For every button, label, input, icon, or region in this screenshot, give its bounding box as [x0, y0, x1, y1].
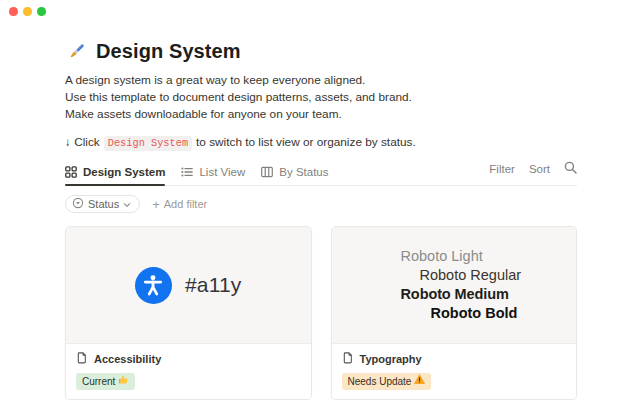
page-content: Design System A design system is a great… [65, 40, 577, 400]
gallery-view: #a11y Accessibility Curr [65, 226, 577, 400]
inline-code: Design System [104, 136, 192, 151]
database-toolbar: Design System List View [65, 161, 577, 186]
card-title: Typography [342, 352, 567, 366]
typography-specimen: Roboto Light Roboto Regular Roboto Mediu… [332, 247, 577, 323]
gallery-view-icon [65, 166, 77, 178]
description-line: Make assets downloadable for anyone on y… [65, 106, 577, 123]
search-icon[interactable] [564, 160, 577, 178]
add-filter-button[interactable]: + Add filter [152, 198, 207, 211]
description-line: Use this template to document design pat… [65, 89, 577, 106]
card-title-text: Accessibility [94, 353, 161, 365]
tab-by-status[interactable]: By Status [261, 166, 328, 185]
tab-label: Design System [83, 166, 165, 178]
card-footer: Typography Needs Update [332, 343, 577, 399]
accessibility-icon [135, 267, 172, 304]
tag-label: Needs Update [348, 375, 412, 388]
tip-suffix: to switch to list view or organize by st… [196, 135, 416, 149]
card-title-text: Typography [360, 353, 422, 365]
card-title: Accessibility [76, 352, 301, 366]
callout-tip: ↓ ClickDesign Systemto switch to list vi… [65, 135, 577, 149]
specimen-line: Roboto Bold [431, 304, 577, 323]
page-icon [76, 352, 88, 366]
board-view-icon [261, 166, 273, 178]
view-tabs: Design System List View [65, 166, 328, 185]
card-accessibility[interactable]: #a11y Accessibility Curr [65, 226, 312, 400]
status-chip-label: Status [88, 198, 119, 210]
list-view-icon [181, 166, 193, 178]
tab-label: By Status [279, 166, 328, 178]
tip-prefix: ↓ Click [65, 135, 100, 149]
card-typography[interactable]: Roboto Light Roboto Regular Roboto Mediu… [331, 226, 578, 400]
card-preview: Roboto Light Roboto Regular Roboto Mediu… [332, 227, 577, 343]
specimen-line: Roboto Light [401, 247, 577, 266]
tab-label: List View [199, 166, 245, 178]
a11y-hashtag: #a11y [185, 273, 242, 297]
add-filter-label: Add filter [164, 198, 207, 210]
zoom-window-button[interactable] [37, 7, 46, 16]
paintbrush-emoji-icon [65, 41, 87, 63]
page-title: Design System [65, 40, 577, 63]
page-title-text: Design System [96, 40, 241, 63]
card-footer: Accessibility Current [66, 343, 311, 399]
minimize-window-button[interactable] [23, 7, 32, 16]
filter-button[interactable]: Filter [489, 163, 515, 175]
view-actions: Filter Sort [489, 160, 577, 185]
page-description: A design system is a great way to keep e… [65, 72, 577, 123]
warning-emoji-icon [414, 374, 425, 388]
status-filter-chip[interactable]: Status [65, 195, 140, 213]
specimen-line: Roboto Regular [420, 266, 577, 285]
description-line: A design system is a great way to keep e… [65, 72, 577, 89]
tab-design-system[interactable]: Design System [65, 166, 165, 185]
chevron-down-icon [123, 198, 131, 210]
specimen-line: Roboto Medium [401, 285, 577, 304]
status-tag-needs-update: Needs Update [342, 373, 432, 390]
window-controls [9, 7, 46, 16]
card-preview: #a11y [66, 227, 311, 343]
tab-list-view[interactable]: List View [181, 166, 245, 185]
status-tag-current: Current [76, 373, 135, 390]
plus-icon: + [152, 198, 160, 211]
close-window-button[interactable] [9, 7, 18, 16]
sort-button[interactable]: Sort [529, 163, 550, 175]
a11y-preview: #a11y [135, 267, 242, 304]
thumbs-up-emoji-icon [118, 374, 129, 388]
page-icon [342, 352, 354, 366]
tag-label: Current [82, 375, 115, 388]
filter-bar: Status + Add filter [65, 195, 577, 213]
status-property-icon [72, 197, 84, 211]
notion-window: Design System A design system is a great… [0, 0, 640, 400]
